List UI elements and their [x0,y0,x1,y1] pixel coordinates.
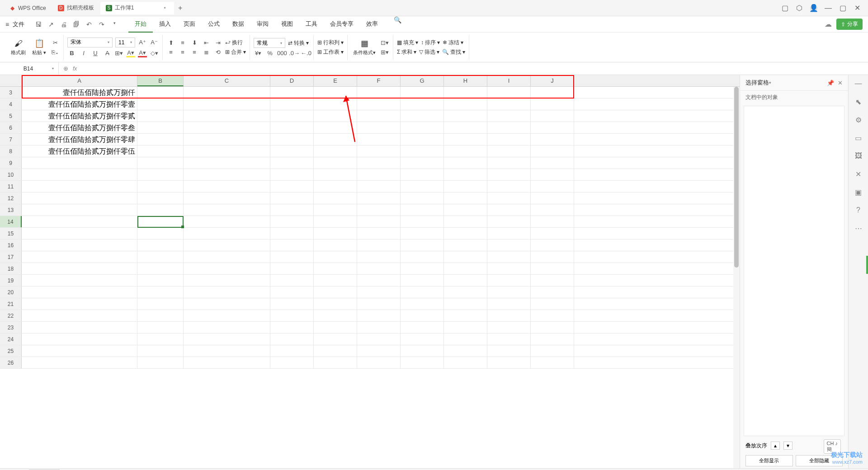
cell[interactable] [444,87,487,98]
cell[interactable] [531,122,574,133]
justify-icon[interactable]: ≣ [202,49,211,56]
row-header[interactable]: 24 [0,334,22,345]
cell[interactable] [314,345,357,357]
template-tab[interactable]: D 找稻壳模板 [52,2,99,14]
row-header[interactable]: 5 [0,110,22,122]
cell[interactable]: 壹仟伍佰陆拾贰万捌仟 [22,87,137,98]
cell[interactable] [184,310,270,321]
cell[interactable] [401,334,444,345]
cell[interactable] [444,228,487,239]
cell[interactable] [184,169,270,180]
table-style-icon[interactable]: ⊞▾ [380,49,389,56]
cell[interactable] [314,181,357,192]
cell[interactable]: 壹仟伍佰陆拾贰万捌仟零伍 [22,146,137,157]
cell[interactable] [444,275,487,286]
tab-view[interactable]: 视图 [275,16,299,33]
clear-format-icon[interactable]: ◇▾ [150,50,159,56]
cell[interactable] [137,228,184,239]
cell[interactable] [487,298,531,310]
column-header[interactable]: J [531,75,574,86]
cell[interactable] [531,263,574,274]
cell[interactable] [314,322,357,333]
underline-button[interactable]: U [91,50,100,56]
dropdown-icon[interactable]: ▾ [110,21,118,28]
cell[interactable] [184,216,270,227]
cell[interactable] [401,157,444,169]
cell[interactable] [184,146,270,157]
cell[interactable] [531,240,574,251]
cell[interactable] [137,275,184,286]
cell[interactable] [487,134,531,145]
cell[interactable] [314,122,357,133]
cell[interactable] [531,345,574,357]
cube-icon[interactable]: ⬡ [796,5,803,12]
cell[interactable] [314,228,357,239]
cell[interactable] [314,134,357,145]
tab-data[interactable]: 数据 [226,16,250,33]
hamburger-icon[interactable]: ≡ [5,21,9,28]
hide-all-button[interactable]: 全部隐藏 [796,455,843,466]
cut-icon[interactable]: ✂ [51,39,60,46]
cell[interactable] [444,181,487,192]
cell[interactable] [184,322,270,333]
row-header[interactable]: 7 [0,134,22,145]
align-top-icon[interactable]: ⬆ [166,39,175,46]
cell[interactable] [357,357,401,368]
cell[interactable] [22,204,137,216]
close-button[interactable]: ✕ [854,5,861,12]
column-header[interactable]: B [137,75,184,86]
column-header[interactable]: H [444,75,487,86]
cell[interactable] [401,310,444,321]
cell[interactable] [184,275,270,286]
number-format-select[interactable]: 常规 ▾ [254,38,285,48]
cell[interactable] [357,251,401,263]
cell[interactable] [531,334,574,345]
column-header[interactable]: D [270,75,314,86]
cell[interactable] [401,204,444,216]
cell[interactable] [314,99,357,110]
percent-icon[interactable]: % [265,50,274,56]
row-header[interactable]: 17 [0,251,22,263]
cell[interactable] [314,334,357,345]
cell[interactable] [314,251,357,263]
cell[interactable] [270,240,314,251]
row-header[interactable]: 11 [0,181,22,192]
row-header[interactable]: 22 [0,310,22,321]
cell[interactable] [487,181,531,192]
vertical-scrollbar[interactable] [733,87,740,468]
cell[interactable]: 壹仟伍佰陆拾贰万捌仟零贰 [22,110,137,122]
name-box[interactable]: B14 ▾ [0,62,59,75]
cell[interactable] [22,298,137,310]
cell[interactable] [401,146,444,157]
cell[interactable] [401,181,444,192]
more-icon[interactable]: ⋯ [854,224,863,233]
cell-style-icon[interactable]: ⊡▾ [380,39,389,46]
tab-member[interactable]: 会员专享 [324,16,360,33]
cell[interactable] [314,169,357,180]
cell[interactable] [444,99,487,110]
cell[interactable] [270,110,314,122]
cell[interactable] [487,204,531,216]
cell[interactable] [357,310,401,321]
cell[interactable] [444,310,487,321]
help-icon[interactable]: ? [854,206,863,215]
cell[interactable] [270,146,314,157]
row-header[interactable]: 16 [0,240,22,251]
cell[interactable] [137,287,184,298]
cell[interactable] [531,216,574,227]
cell[interactable] [314,240,357,251]
cell[interactable] [22,193,137,204]
row-header[interactable]: 21 [0,298,22,310]
cell[interactable] [487,322,531,333]
cell[interactable] [531,87,574,98]
cell[interactable] [401,322,444,333]
cell[interactable] [270,157,314,169]
cell[interactable] [357,322,401,333]
cell[interactable] [357,122,401,133]
move-down-button[interactable]: ▾ [783,442,793,450]
cell[interactable] [270,122,314,133]
cell[interactable] [531,275,574,286]
cell[interactable] [137,87,184,98]
cell[interactable] [401,298,444,310]
cell[interactable] [270,298,314,310]
